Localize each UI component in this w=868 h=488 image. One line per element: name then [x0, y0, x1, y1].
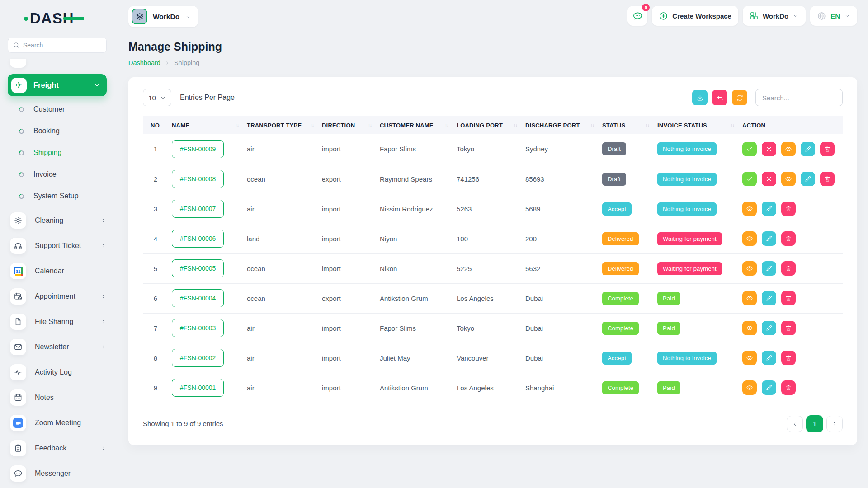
direction-cell: import: [318, 134, 376, 164]
sidebar-item-messenger[interactable]: Messenger: [8, 461, 107, 486]
shipment-name-link[interactable]: #FSN-00002: [172, 349, 224, 367]
sidebar-item-shipping[interactable]: Shipping: [8, 142, 107, 164]
edit-button[interactable]: [762, 380, 776, 395]
messages-button[interactable]: 0: [627, 6, 647, 26]
sidebar-item-activity-log[interactable]: Activity Log: [8, 360, 107, 385]
edit-button[interactable]: [801, 172, 815, 186]
column-invoice-status[interactable]: INVOICE STATUS↑↓: [654, 116, 739, 134]
table-row: 4 #FSN-00006 land import Niyon 100 200 D…: [143, 224, 843, 253]
view-button[interactable]: [781, 172, 796, 186]
undo-button[interactable]: [712, 90, 727, 105]
view-button[interactable]: [742, 380, 757, 395]
sidebar-item-newsletter[interactable]: Newsletter: [8, 334, 107, 360]
sidebar-item-zoom-meeting[interactable]: Zoom Meeting: [8, 410, 107, 436]
edit-button[interactable]: [762, 321, 776, 335]
trash-icon: [785, 205, 792, 212]
shipment-name-link[interactable]: #FSN-00003: [172, 319, 224, 337]
column-status[interactable]: STATUS↑↓: [599, 116, 654, 134]
breadcrumb-dashboard-link[interactable]: Dashboard: [128, 59, 160, 66]
edit-button[interactable]: [801, 142, 815, 156]
invoice-status-badge: Nothing to invoice: [657, 202, 717, 216]
view-button[interactable]: [742, 321, 757, 335]
sidebar-search-input[interactable]: [23, 42, 102, 49]
workdo-menu-button[interactable]: WorkDo: [743, 6, 806, 26]
reject-button[interactable]: [762, 142, 776, 156]
sidebar-item-invoice[interactable]: Invoice: [8, 164, 107, 185]
edit-button[interactable]: [762, 202, 776, 216]
shipment-name-link[interactable]: #FSN-00008: [172, 170, 224, 188]
transport-type-cell: air: [243, 373, 318, 403]
refresh-button[interactable]: [732, 90, 747, 105]
column-name[interactable]: NAME↑↓: [168, 116, 243, 134]
language-selector[interactable]: EN: [810, 6, 857, 26]
row-actions: [742, 202, 839, 216]
pagination: 1: [787, 415, 843, 432]
column-direction[interactable]: DIRECTION↑↓: [318, 116, 376, 134]
view-button[interactable]: [781, 142, 796, 156]
shipment-name-link[interactable]: #FSN-00005: [172, 259, 224, 277]
pagination-prev-button[interactable]: [787, 416, 803, 432]
shipment-name-link[interactable]: #FSN-00001: [172, 379, 224, 397]
shipment-name-link[interactable]: #FSN-00006: [172, 230, 224, 248]
delete-button[interactable]: [781, 261, 796, 276]
delete-button[interactable]: [781, 231, 796, 246]
view-button[interactable]: [742, 351, 757, 365]
shipment-name-link[interactable]: #FSN-00004: [172, 289, 224, 307]
sort-icon: ↑↓: [310, 123, 314, 128]
delete-button[interactable]: [781, 321, 796, 335]
transport-type-cell: air: [243, 313, 318, 343]
delete-button[interactable]: [820, 142, 835, 156]
delete-button[interactable]: [781, 202, 796, 216]
eye-icon: [746, 384, 753, 391]
view-button[interactable]: [742, 231, 757, 246]
sidebar-item-notes[interactable]: Notes: [8, 385, 107, 410]
shipment-name-link[interactable]: #FSN-00009: [172, 140, 224, 158]
column-customer-name[interactable]: CUSTOMER NAME↑↓: [376, 116, 453, 134]
sidebar-item-file-sharing[interactable]: File Sharing: [8, 309, 107, 334]
view-button[interactable]: [742, 202, 757, 216]
sort-icon: ↑↓: [514, 123, 517, 128]
workdo-menu-label: WorkDo: [763, 12, 788, 20]
status-badge: Complete: [602, 381, 639, 394]
view-button[interactable]: [742, 261, 757, 276]
sidebar-item-feedback[interactable]: Feedback: [8, 436, 107, 461]
sidebar-item-customer[interactable]: Customer: [8, 99, 107, 120]
delete-button[interactable]: [781, 380, 796, 395]
sidebar-item-label: Messenger: [35, 469, 107, 478]
shipment-name-link[interactable]: #FSN-00007: [172, 200, 224, 218]
pagination-next-button[interactable]: [826, 416, 843, 432]
sidebar-item-booking[interactable]: Booking: [8, 120, 107, 142]
reject-button[interactable]: [762, 172, 776, 186]
pagination-page-1[interactable]: 1: [806, 415, 823, 432]
column-transport-type[interactable]: TRANSPORT TYPE↑↓: [243, 116, 318, 134]
trash-icon: [785, 235, 792, 242]
sidebar-item-appointment[interactable]: Appointment: [8, 284, 107, 309]
edit-button[interactable]: [762, 231, 776, 246]
view-button[interactable]: [742, 291, 757, 305]
sidebar-item-system-setup[interactable]: System Setup: [8, 185, 107, 207]
discharge-port-cell: 200: [522, 224, 599, 253]
delete-button[interactable]: [781, 351, 796, 365]
delete-button[interactable]: [781, 291, 796, 305]
create-workspace-button[interactable]: Create Workspace: [652, 6, 738, 26]
export-button[interactable]: [692, 90, 708, 105]
edit-button[interactable]: [762, 291, 776, 305]
sidebar-item-cleaning[interactable]: Cleaning: [8, 208, 107, 233]
sidebar-item-support-ticket[interactable]: Support Ticket: [8, 233, 107, 258]
sidebar-item-label: Freight: [33, 81, 94, 89]
edit-button[interactable]: [762, 351, 776, 365]
approve-button[interactable]: [742, 142, 757, 156]
table-search-input[interactable]: [755, 89, 843, 106]
sidebar-item-label: Newsletter: [35, 343, 100, 351]
sidebar-item-freight[interactable]: ✈ Freight: [8, 74, 107, 96]
delete-button[interactable]: [820, 172, 835, 186]
transport-type-cell: air: [243, 343, 318, 373]
entries-per-page-select[interactable]: 10: [143, 89, 171, 106]
column-loading-port[interactable]: LOADING PORT↑↓: [453, 116, 522, 134]
loading-port-cell: Los Angeles: [453, 373, 522, 403]
sidebar-item-calendar[interactable]: 31 Calendar: [8, 258, 107, 284]
column-discharge-port[interactable]: DISCHARGE PORT↑↓: [522, 116, 599, 134]
workspace-selector[interactable]: WorkDo: [128, 6, 198, 27]
approve-button[interactable]: [742, 172, 757, 186]
edit-button[interactable]: [762, 261, 776, 276]
